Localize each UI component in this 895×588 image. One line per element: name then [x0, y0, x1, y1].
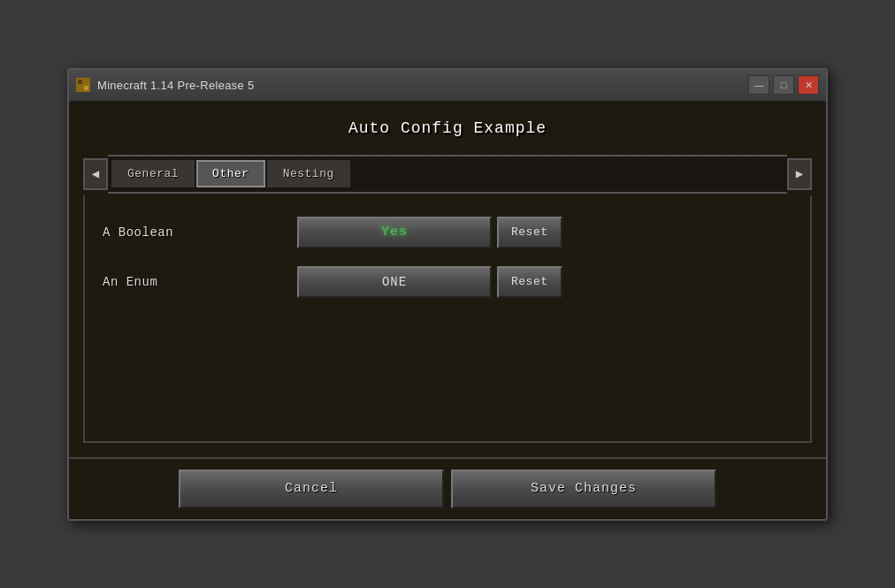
enum-controls: ONE Reset [297, 266, 562, 298]
tab-general[interactable]: General [111, 160, 195, 187]
enum-label: An Enum [103, 275, 297, 289]
tab-nesting[interactable]: Nesting [267, 160, 350, 187]
app-icon [76, 78, 90, 92]
main-window: Minecraft 1.14 Pre-Release 5 — □ ✕ Auto … [67, 68, 828, 521]
footer: Cancel Save Changes [69, 457, 826, 519]
close-button[interactable]: ✕ [798, 75, 819, 95]
boolean-toggle[interactable]: Yes [297, 217, 492, 248]
window-controls: — □ ✕ [748, 75, 819, 95]
save-button[interactable]: Save Changes [451, 470, 716, 508]
tabs-bar: General Other Nesting [108, 155, 787, 194]
maximize-button[interactable]: □ [773, 75, 794, 95]
enum-toggle[interactable]: ONE [297, 266, 492, 298]
tab-left-arrow[interactable]: ◀ [83, 158, 108, 190]
enum-row: An Enum ONE Reset [103, 266, 792, 298]
boolean-controls: Yes Reset [297, 217, 562, 248]
tab-right-arrow[interactable]: ▶ [787, 158, 812, 190]
tabs-container: ◀ General Other Nesting ▶ [83, 155, 812, 194]
window-title: Minecraft 1.14 Pre-Release 5 [97, 79, 254, 92]
tab-other[interactable]: Other [196, 160, 265, 187]
titlebar: Minecraft 1.14 Pre-Release 5 — □ ✕ [69, 70, 826, 102]
form-area: A Boolean Yes Reset An Enum ONE Reset [83, 195, 812, 443]
minimize-button[interactable]: — [748, 75, 769, 95]
boolean-label: A Boolean [103, 225, 297, 240]
boolean-row: A Boolean Yes Reset [103, 217, 792, 248]
content-area: Auto Config Example ◀ General Other Nest… [69, 102, 826, 457]
enum-reset[interactable]: Reset [497, 266, 562, 298]
boolean-reset[interactable]: Reset [497, 217, 562, 248]
page-title: Auto Config Example [83, 119, 812, 137]
cancel-button[interactable]: Cancel [179, 470, 444, 508]
